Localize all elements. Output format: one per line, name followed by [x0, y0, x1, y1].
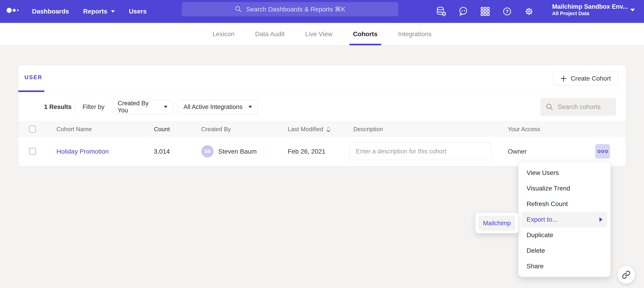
help-icon[interactable]: ? — [502, 6, 512, 17]
sort-icon — [326, 126, 330, 133]
global-search-bar[interactable]: Search Dashboards & Reports ⌘K — [182, 2, 398, 16]
plus-icon — [560, 75, 567, 82]
tab-label: Integrations — [398, 31, 432, 38]
column-cohort-name: Cohort Name — [56, 122, 92, 137]
menu-item-duplicate[interactable]: Duplicate — [522, 227, 607, 243]
tab-label: Cohorts — [353, 31, 378, 38]
menu-item-refresh-count[interactable]: Refresh Count — [522, 196, 607, 212]
cohort-search-box[interactable] — [540, 98, 616, 116]
divider — [74, 100, 75, 113]
description-input[interactable] — [350, 143, 492, 160]
navbar-icon-group: ? — [436, 0, 534, 23]
cohort-name-link[interactable]: Holiday Promotion — [56, 136, 109, 167]
tab-cohorts[interactable]: Cohorts — [352, 23, 379, 45]
chevron-down-icon — [111, 10, 115, 13]
tab-live-view[interactable]: Live View — [304, 23, 334, 45]
cohort-count: 3,014 — [128, 136, 170, 167]
global-search-placeholder: Search Dashboards & Reports ⌘K — [246, 6, 345, 13]
avatar: SB — [201, 145, 214, 158]
integrations-filter-value: All Active Integrations — [184, 103, 242, 111]
column-description: Description — [353, 122, 383, 137]
project-name: Mailchimp Sandbox Env... — [552, 3, 628, 10]
menu-item-export-to[interactable]: Export to... — [522, 212, 607, 227]
nav-item-users[interactable]: Users — [129, 8, 147, 15]
tab-label: Live View — [305, 31, 332, 38]
row-checkbox[interactable] — [29, 148, 36, 155]
nav-item-dashboards[interactable]: Dashboards — [32, 8, 69, 15]
results-count: 1 Results — [44, 92, 72, 121]
nav-item-label: Dashboards — [32, 8, 69, 15]
row-actions-menu-button[interactable] — [595, 144, 610, 159]
settings-gear-icon[interactable] — [524, 6, 534, 17]
chevron-down-icon — [248, 106, 252, 108]
svg-text:?: ? — [506, 9, 508, 15]
data-settings-icon[interactable] — [436, 6, 446, 17]
column-created-by: Created By — [201, 122, 231, 137]
created-by-filter-dropdown[interactable]: Created By You — [112, 100, 173, 114]
copy-link-button[interactable] — [617, 266, 635, 284]
menu-item-view-users[interactable]: View Users — [522, 165, 607, 181]
project-selector[interactable]: Mailchimp Sandbox Env... All Project Dat… — [552, 3, 628, 17]
tab-data-audit[interactable]: Data Audit — [254, 23, 286, 45]
ellipsis-dot — [605, 150, 608, 153]
column-last-modified[interactable]: Last Modified — [288, 122, 330, 137]
project-scope: All Project Data — [552, 10, 628, 17]
created-by-filter-value: Created By You — [118, 100, 159, 114]
nav-item-label: Users — [129, 8, 147, 15]
tab-label: Lexicon — [212, 31, 235, 38]
ellipsis-dot — [598, 150, 600, 153]
chevron-down-icon[interactable] — [630, 9, 635, 12]
export-submenu: Mailchimp — [475, 213, 518, 233]
integrations-filter-dropdown[interactable]: All Active Integrations — [178, 100, 258, 114]
mixpanel-logo-icon[interactable] — [6, 7, 22, 15]
top-navbar: Dashboards Reports Users Search Dashboar… — [0, 0, 644, 23]
submenu-arrow-icon — [600, 217, 602, 222]
ellipsis-dot — [601, 150, 604, 153]
menu-item-delete[interactable]: Delete — [522, 243, 607, 258]
active-tab-underline — [18, 90, 44, 92]
cohorts-panel: USER Create Cohort 1 Results Filter by C… — [18, 65, 626, 167]
data-management-tabs: Lexicon Data Audit Live View Cohorts Int… — [0, 23, 644, 46]
menu-item-share[interactable]: Share — [522, 258, 607, 274]
tab-integrations[interactable]: Integrations — [397, 23, 433, 45]
column-last-modified-label: Last Modified — [288, 126, 323, 133]
cohort-search-input[interactable] — [558, 103, 610, 111]
tab-label: Data Audit — [255, 31, 284, 38]
tab-user-cohorts[interactable]: USER — [24, 74, 42, 81]
tab-lexicon[interactable]: Lexicon — [211, 23, 236, 45]
create-cohort-label: Create Cohort — [571, 75, 611, 82]
column-your-access: Your Access — [508, 122, 540, 137]
filter-toolbar: 1 Results Filter by Created By You All A… — [18, 92, 626, 121]
create-cohort-button[interactable]: Create Cohort — [553, 72, 618, 85]
navbar-menu: Dashboards Reports Users — [32, 0, 146, 23]
apps-grid-icon[interactable] — [480, 6, 490, 17]
nav-item-label: Reports — [83, 8, 108, 15]
search-icon — [546, 103, 554, 111]
row-actions-context-menu: View Users Visualize Trend Refresh Count… — [518, 162, 611, 277]
column-count: Count — [128, 122, 170, 137]
last-modified-date: Feb 26, 2021 — [288, 136, 326, 167]
created-by-name: Steven Baum — [218, 136, 257, 167]
link-icon — [622, 270, 630, 279]
search-icon — [235, 6, 242, 13]
menu-item-visualize-trend[interactable]: Visualize Trend — [522, 181, 607, 196]
panel-tab-bar: USER Create Cohort — [18, 65, 626, 92]
submenu-item-mailchimp[interactable]: Mailchimp — [478, 216, 515, 231]
select-all-checkbox[interactable] — [29, 126, 36, 132]
support-chat-icon[interactable] — [458, 6, 468, 17]
nav-item-reports[interactable]: Reports — [83, 8, 115, 15]
chevron-down-icon — [164, 106, 168, 108]
filter-by-label: Filter by — [82, 92, 104, 121]
table-header: Cohort Name Count Created By Last Modifi… — [18, 121, 626, 136]
menu-item-export-label: Export to... — [526, 216, 558, 223]
